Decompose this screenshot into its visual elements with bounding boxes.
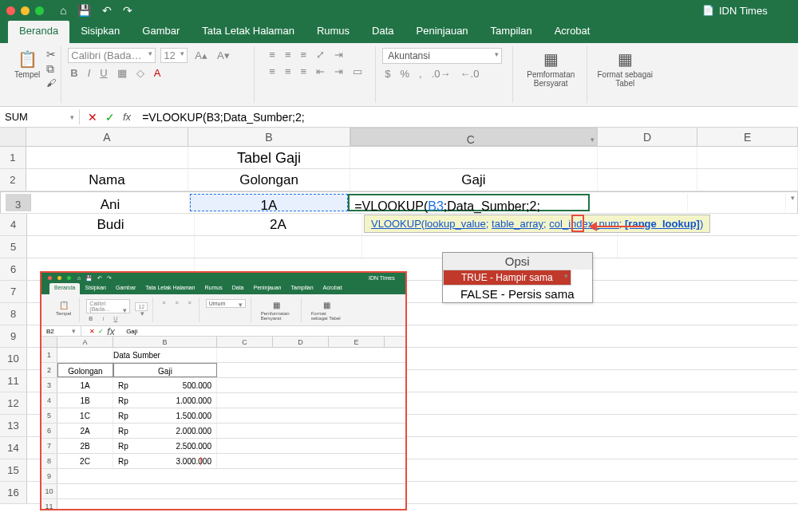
arrow-annotation <box>589 222 645 231</box>
undo-icon[interactable]: ↶ <box>102 4 112 17</box>
cell[interactable] <box>26 147 188 168</box>
cell[interactable] <box>195 236 362 258</box>
number-format-select[interactable]: Akuntansi <box>382 48 502 64</box>
row-header[interactable]: 1 <box>0 147 26 168</box>
col-header-E[interactable]: E <box>697 128 798 146</box>
cell[interactable] <box>688 194 786 211</box>
cell[interactable] <box>27 236 195 258</box>
italic-button[interactable]: I <box>85 66 93 80</box>
percent-icon[interactable]: % <box>397 67 412 81</box>
align-middle-icon[interactable]: ≡ <box>282 48 294 61</box>
conditional-formatting-button[interactable]: ▦ Pemformatan Bersyarat <box>519 48 582 89</box>
cell[interactable]: Golongan <box>188 169 350 191</box>
wrap-text-icon[interactable]: ⇥ <box>332 48 346 61</box>
row-header[interactable]: 3 <box>6 194 31 211</box>
row-header[interactable]: 8 <box>0 303 27 325</box>
row-header[interactable]: 7 <box>0 281 27 302</box>
row-header[interactable]: 12 <box>0 392 27 414</box>
tab-sisipkan[interactable]: Sisipkan <box>69 21 131 43</box>
tab-rumus[interactable]: Rumus <box>306 21 361 43</box>
cell[interactable]: Nama <box>26 169 188 191</box>
row-header[interactable]: 4 <box>0 214 27 235</box>
cell[interactable] <box>350 147 597 168</box>
tab-beranda[interactable]: Beranda <box>8 21 69 43</box>
row-header[interactable]: 6 <box>0 258 27 280</box>
tab-acrobat[interactable]: Acrobat <box>543 21 602 43</box>
redo-icon[interactable]: ↷ <box>123 4 132 17</box>
tab-data[interactable]: Data <box>361 21 405 43</box>
border-button[interactable]: ▦ <box>115 66 129 80</box>
tab-tampilan[interactable]: Tampilan <box>480 21 543 43</box>
cell[interactable] <box>697 147 798 168</box>
decrease-decimal-icon[interactable]: ←.0 <box>458 67 482 81</box>
align-center-icon[interactable]: ≡ <box>282 65 294 78</box>
cell[interactable] <box>590 194 688 211</box>
col-header-A[interactable]: A <box>26 128 188 146</box>
cancel-formula-icon[interactable]: ✕ <box>88 111 97 124</box>
row-header[interactable]: 5 <box>0 236 27 258</box>
copy-icon[interactable]: ⧉ <box>46 62 56 76</box>
select-all-corner[interactable] <box>0 128 26 146</box>
row-header[interactable]: 16 <box>0 482 27 503</box>
cell[interactable]: Gaji <box>350 169 597 191</box>
col-header-C[interactable]: C <box>350 128 598 146</box>
dropdown-option-true[interactable]: TRUE - Hampir sama <box>443 270 571 286</box>
cell[interactable] <box>697 169 798 191</box>
format-as-table-button[interactable]: ▦ Format sebagai Tabel <box>594 48 656 89</box>
row-header[interactable]: 10 <box>0 348 27 369</box>
cell-B3[interactable]: 1A <box>190 194 349 211</box>
font-color-button[interactable]: A <box>152 66 164 80</box>
col-header-B[interactable]: B <box>188 128 350 146</box>
cell-C3-editing[interactable]: =VLOOKUP(B3;Data_Sumber;2; <box>348 194 590 211</box>
decrease-font-icon[interactable]: A▾ <box>215 49 232 62</box>
name-box[interactable]: SUM▾ <box>0 109 80 124</box>
font-size-select[interactable]: 12 <box>160 48 188 63</box>
col-header-D[interactable]: D <box>598 128 698 146</box>
minimize-window-button[interactable] <box>21 6 30 15</box>
row-header[interactable]: 14 <box>0 437 27 459</box>
comma-icon[interactable]: , <box>417 67 425 81</box>
row-header[interactable]: 2 <box>0 169 26 191</box>
row-header[interactable]: 13 <box>0 415 27 436</box>
row-header[interactable]: 9 <box>0 325 27 347</box>
bold-button[interactable]: B <box>68 66 80 80</box>
maximize-window-button[interactable] <box>35 6 44 15</box>
save-icon[interactable]: 💾 <box>77 4 91 17</box>
fill-color-button[interactable]: ◇ <box>134 66 147 80</box>
cell[interactable] <box>598 147 698 168</box>
cell-title[interactable]: Tabel Gaji <box>188 147 350 168</box>
dropdown-option-false[interactable]: FALSE - Persis sama <box>443 286 592 302</box>
paste-button[interactable]: 📋 Tempel <box>11 48 43 81</box>
row-header[interactable]: 15 <box>0 459 27 481</box>
align-left-icon[interactable]: ≡ <box>267 65 278 78</box>
row-header[interactable]: 11 <box>0 370 27 392</box>
increase-font-icon[interactable]: A▴ <box>192 49 210 62</box>
chevron-down-icon[interactable]: ▾ <box>70 113 74 121</box>
formula-input[interactable]: =VLOOKUP(B3;Data_Sumber;2; <box>139 109 308 125</box>
cell[interactable]: Ani <box>31 194 190 211</box>
cut-icon[interactable]: ✂ <box>46 48 56 61</box>
indent-right-icon[interactable]: ⇥ <box>332 65 346 78</box>
increase-decimal-icon[interactable]: .0→ <box>429 67 453 81</box>
cell[interactable]: 2A <box>195 214 362 235</box>
currency-icon[interactable]: $ <box>382 67 393 81</box>
tab-tata-letak[interactable]: Tata Letak Halaman <box>191 21 306 43</box>
accept-formula-icon[interactable]: ✓ <box>105 111 115 124</box>
cell[interactable] <box>598 169 698 191</box>
close-window-button[interactable] <box>6 6 15 15</box>
font-name-select[interactable]: Calibri (Bada… <box>68 48 156 63</box>
indent-left-icon[interactable]: ⇤ <box>314 65 327 78</box>
merge-icon[interactable]: ▭ <box>350 65 365 78</box>
align-right-icon[interactable]: ≡ <box>298 65 310 78</box>
home-icon[interactable]: ⌂ <box>60 4 66 17</box>
format-painter-icon[interactable]: 🖌 <box>46 77 56 89</box>
tab-gambar[interactable]: Gambar <box>131 21 191 43</box>
orientation-icon[interactable]: ⤢ <box>314 48 327 61</box>
cell[interactable]: Budi <box>27 214 195 235</box>
align-top-icon[interactable]: ≡ <box>267 48 278 61</box>
align-bottom-icon[interactable]: ≡ <box>298 48 310 61</box>
titlebar: ⌂ 💾 ↶ ↷ 📄 IDN Times <box>0 0 798 21</box>
fx-icon[interactable]: fx <box>123 111 131 123</box>
tab-peninjauan[interactable]: Peninjauan <box>405 21 480 43</box>
underline-button[interactable]: U <box>97 66 109 80</box>
